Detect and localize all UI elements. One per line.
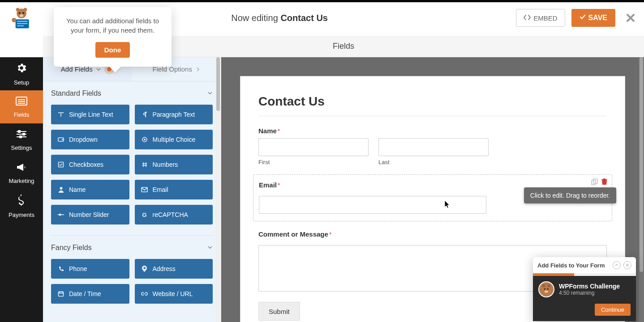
svg-point-39 <box>547 288 549 290</box>
svg-point-37 <box>548 284 551 287</box>
email-input[interactable] <box>259 196 486 214</box>
svg-rect-9 <box>17 25 24 26</box>
sublabel-first: First <box>258 159 369 165</box>
field-type-button[interactable]: Multiple Choice <box>135 130 213 149</box>
gear-icon <box>16 62 27 76</box>
svg-point-28 <box>59 214 61 216</box>
collapse-icon[interactable] <box>613 261 621 269</box>
challenge-title: WPForms Challenge <box>559 283 631 290</box>
bullhorn-icon <box>16 162 27 175</box>
svg-point-25 <box>60 187 62 190</box>
brand-logo <box>0 0 43 36</box>
group-header[interactable]: Standard Fields <box>43 81 221 105</box>
form-title: Contact Us <box>258 94 607 116</box>
first-name-input[interactable] <box>258 138 369 156</box>
nav-setup[interactable]: Setup <box>0 57 43 90</box>
svg-point-5 <box>20 14 23 17</box>
continue-button[interactable]: Continue <box>595 304 631 316</box>
field-icon <box>141 266 148 272</box>
panel-scrollbar[interactable] <box>215 57 221 322</box>
tooltip-text: You can add additional fields to your fo… <box>64 16 161 35</box>
svg-point-4 <box>22 12 24 14</box>
nav-settings[interactable]: Settings <box>0 123 43 157</box>
svg-point-23 <box>144 139 146 140</box>
svg-rect-29 <box>59 292 64 297</box>
svg-rect-19 <box>23 133 25 135</box>
field-icon: G <box>141 212 148 218</box>
field-type-button[interactable]: Single Line Text <box>51 105 129 124</box>
main-nav: Setup Fields Settings Marketing Payments <box>0 57 43 322</box>
list-icon <box>15 96 28 109</box>
challenge-remaining: 4:50 remaining <box>559 290 631 296</box>
check-icon <box>580 14 586 22</box>
close-icon[interactable] <box>623 261 631 269</box>
field-label: Comment or Message <box>258 230 328 238</box>
field-type-button[interactable]: GreCAPTCHA <box>135 205 213 225</box>
field-icon <box>57 161 64 168</box>
field-icon <box>57 186 64 193</box>
nav-fields[interactable]: Fields <box>0 90 43 123</box>
field-icon <box>57 291 64 297</box>
code-icon <box>524 14 531 22</box>
embed-button[interactable]: EMBED <box>516 9 565 27</box>
onboarding-tooltip: You can add additional fields to your fo… <box>54 7 172 67</box>
field-icon <box>141 291 148 297</box>
svg-rect-18 <box>18 131 20 132</box>
svg-point-10 <box>12 18 16 22</box>
svg-point-36 <box>542 284 545 287</box>
field-name[interactable]: Name* First Last <box>258 127 607 165</box>
nav-payments[interactable]: Payments <box>0 190 43 223</box>
field-type-button[interactable]: Email <box>135 180 213 199</box>
svg-point-1 <box>16 8 20 12</box>
field-label: Email <box>259 181 277 189</box>
drag-tooltip: Click to edit. Drag to reorder. <box>524 187 616 203</box>
duplicate-icon[interactable] <box>591 178 598 186</box>
avatar <box>538 281 554 297</box>
field-label: Name <box>258 127 277 135</box>
group-header[interactable]: Fancy Fields <box>43 236 221 259</box>
field-icon <box>141 136 148 143</box>
svg-point-35 <box>540 283 553 296</box>
field-type-button[interactable]: Number Slider <box>51 205 129 225</box>
close-button[interactable] <box>622 9 640 27</box>
svg-rect-20 <box>20 136 21 138</box>
field-icon <box>141 187 148 192</box>
sublabel-last: Last <box>378 159 489 165</box>
nav-marketing[interactable]: Marketing <box>0 157 43 190</box>
fields-panel: Add Fields Field Options Standard Fields… <box>43 57 221 322</box>
field-type-button[interactable]: Numbers <box>135 155 213 174</box>
trash-icon[interactable] <box>601 178 607 186</box>
chevron-down-icon <box>207 244 213 252</box>
challenge-head-title: Add Fields to Your Form <box>537 262 610 269</box>
field-icon <box>57 212 64 217</box>
field-icon <box>57 266 64 272</box>
field-icon <box>141 161 148 168</box>
svg-rect-8 <box>17 23 27 24</box>
tooltip-done-button[interactable]: Done <box>95 42 130 58</box>
field-email[interactable]: Email* Click to edit. Drag <box>253 174 612 221</box>
chevron-down-icon <box>207 89 213 97</box>
last-name-input[interactable] <box>378 138 489 156</box>
save-button[interactable]: SAVE <box>571 9 615 27</box>
editor-scrollbar[interactable] <box>639 57 644 322</box>
sliders-icon <box>16 129 27 142</box>
field-icon <box>141 111 148 118</box>
field-type-button[interactable]: Address <box>135 259 213 279</box>
field-type-button[interactable]: Dropdown <box>51 130 129 149</box>
field-icon <box>57 136 64 143</box>
svg-point-38 <box>544 288 545 290</box>
field-type-button[interactable]: Name <box>51 180 129 199</box>
field-type-button[interactable]: Paragraph Text <box>135 105 213 124</box>
svg-point-3 <box>19 12 21 14</box>
dollar-icon <box>18 195 25 209</box>
challenge-widget: Add Fields to Your Form WPForms Challeng… <box>533 257 636 321</box>
svg-point-40 <box>545 291 548 293</box>
svg-point-2 <box>23 8 27 12</box>
submit-button[interactable]: Submit <box>258 302 300 321</box>
svg-rect-7 <box>17 21 27 22</box>
field-icon <box>57 111 64 118</box>
field-type-button[interactable]: Date / Time <box>51 284 129 304</box>
field-type-button[interactable]: Website / URL <box>135 284 213 304</box>
field-type-button[interactable]: Phone <box>51 259 129 279</box>
field-type-button[interactable]: Checkboxes <box>51 155 129 174</box>
